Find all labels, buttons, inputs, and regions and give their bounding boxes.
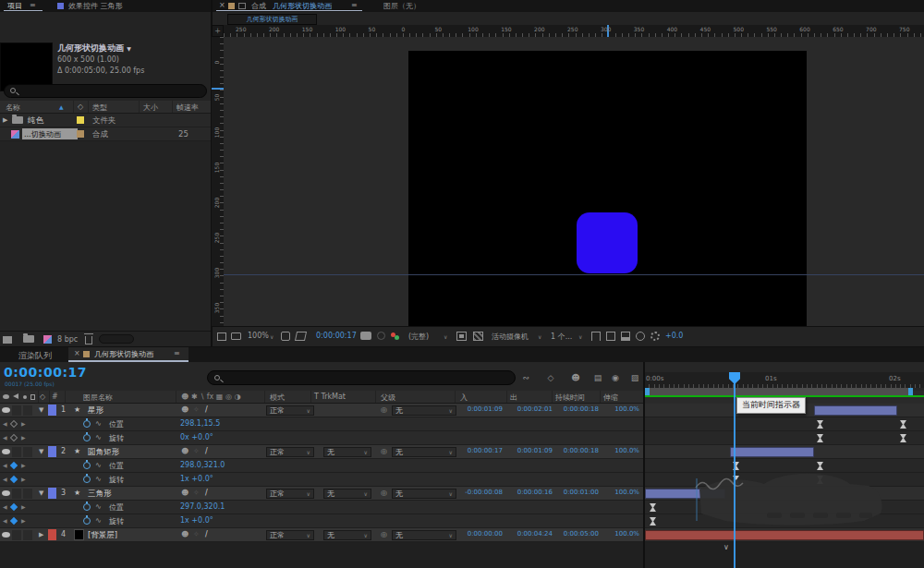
new-comp-icon[interactable] [43,335,52,344]
expand-open-icon[interactable]: ▼ [39,448,43,455]
prev-keyframe-icon[interactable]: ◀ [3,462,7,468]
next-keyframe-icon[interactable]: ▶ [21,434,26,441]
tab-effect-controls[interactable]: 效果控件 三角形 [68,1,123,11]
close-icon[interactable]: × [219,1,225,9]
tab-layer-none[interactable]: 图层（无） [383,1,420,11]
lock-guides-icon[interactable] [238,3,246,9]
blend-mode-select[interactable]: 正常∨ [266,405,314,416]
trkmat-select[interactable]: 无∨ [323,530,371,540]
color-depth-button[interactable]: 8 bpc [57,335,78,344]
quality-switch-icon[interactable]: / [205,405,208,414]
time-ruler[interactable]: 0:00s01s02s [644,372,924,388]
layer-visibility-eye-icon[interactable] [2,407,10,413]
project-item-row[interactable]: ...切换动画合成25 [0,127,211,141]
audio-cell[interactable] [12,447,21,457]
layer-out-time[interactable]: 0:00:01:09 [506,447,553,454]
parent-select[interactable]: 无∨ [392,447,456,457]
in-column-header[interactable]: 入 [460,393,468,403]
switches-column-icons[interactable]: ☻ ✱ ∖ fx ▦ ◎ ◑ [181,393,240,401]
collapse-switch-icon[interactable]: ✧ [193,530,200,538]
solo-column-icon[interactable] [23,395,27,399]
audio-column-icon[interactable] [13,393,18,399]
layer-in-time[interactable]: 0:00:00:17 [451,447,503,454]
project-search-input[interactable] [4,84,207,98]
magnification-select[interactable]: 100% [248,332,269,340]
snapshot-icon[interactable] [217,332,226,341]
layer-name[interactable]: 星形 [88,405,103,417]
property-value[interactable]: 297.0,320.1 [180,502,225,511]
video-column-eye-icon[interactable] [3,394,9,399]
layer-duration-bar[interactable] [814,405,897,416]
keyframe-icon[interactable] [900,420,906,429]
horizontal-guide-line[interactable] [224,274,924,275]
tab-render-queue[interactable]: 渲染队列 [18,350,52,362]
expand-collapsed-icon[interactable]: ▶ [39,531,43,538]
property-name[interactable]: 位置 [109,419,124,429]
layer-label-swatch[interactable] [48,446,56,457]
work-area-end-handle[interactable] [908,388,913,395]
layer-stretch[interactable]: 100.0% [601,530,639,538]
panel-grid-icon[interactable] [3,336,12,344]
collapse-switch-icon[interactable]: ✧ [193,447,200,455]
active-camera-select[interactable]: 活动摄像机 [492,332,529,342]
resolution-arrow-icon[interactable]: ∨ [444,333,447,340]
comp-mini-flowchart-icon[interactable]: ∾ [520,372,531,383]
solo-cell[interactable] [23,447,32,457]
viewer-panel-menu-icon[interactable]: ≡ [351,1,358,9]
pixel-aspect-icon[interactable] [591,332,601,341]
shy-switch-icon[interactable]: ☻ [181,447,188,455]
show-snapshot-icon[interactable] [377,332,385,340]
layer-duration[interactable]: 0:00:00:18 [554,405,599,413]
next-keyframe-icon[interactable]: ▶ [21,462,26,468]
layer-stretch[interactable]: 100.0% [601,405,639,413]
snapshot-camera-icon[interactable] [360,332,371,340]
layer-name[interactable]: [背景层] [88,530,117,541]
work-area-bar[interactable] [645,388,913,395]
graph-toggle-icon[interactable]: ∿ [95,433,102,441]
stopwatch-icon[interactable] [83,434,91,441]
keyframe-icon[interactable] [650,503,656,512]
comp-name-dropdown-icon[interactable]: ▼ [127,45,131,52]
shy-switch-icon[interactable]: ☻ [181,405,188,414]
stretch-column-header[interactable]: 伸缩 [603,393,618,403]
layer-stretch[interactable]: 100.0% [601,489,639,496]
layer-in-time[interactable]: -0:00:00:08 [451,489,503,496]
project-item-row[interactable]: ▶纯色文件夹 [0,114,211,127]
layer-name-column-header[interactable]: 图层名称 [83,393,113,403]
keyframe-icon[interactable] [900,434,906,442]
property-value[interactable]: 298.1,15.5 [180,419,220,428]
parent-column-header[interactable]: 父级 [381,393,395,403]
prev-keyframe-icon[interactable]: ◀ [3,434,7,441]
column-type[interactable]: 类型 [92,103,107,113]
audio-cell[interactable] [12,530,21,540]
parent-select[interactable]: 无∨ [392,405,456,416]
quality-switch-icon[interactable]: / [205,489,208,497]
collapse-switch-icon[interactable]: ✧ [193,405,200,414]
stopwatch-icon[interactable] [83,420,91,428]
property-value[interactable]: 0x +0.0° [180,433,213,441]
graph-toggle-icon[interactable]: ∿ [95,475,102,483]
fast-previews-icon[interactable] [606,332,615,341]
layer-duration[interactable]: 0:00:00:18 [554,447,599,454]
quality-switch-icon[interactable]: / [205,530,208,538]
layer-label-swatch[interactable] [48,405,56,416]
current-timecode[interactable]: 0:00:00:17 [4,365,87,380]
monitor-icon[interactable] [231,332,241,340]
exposure-value[interactable]: +0.0 [665,332,683,340]
layer-label-swatch[interactable] [48,529,56,540]
next-keyframe-icon[interactable]: ▶ [21,420,26,427]
parent-select[interactable]: 无∨ [392,530,456,540]
property-name[interactable]: 旋转 [109,475,124,485]
solo-cell[interactable] [23,489,32,499]
exposure-gear-icon[interactable] [650,332,660,341]
expand-collapsed-icon[interactable]: ▶ [3,116,7,124]
vertical-ruler[interactable]: 050100150200250300350 [212,37,224,326]
next-keyframe-icon[interactable]: ▶ [21,517,26,524]
graph-editor-icon[interactable]: ▨ [629,372,640,383]
current-time-indicator-line[interactable] [734,372,736,568]
blend-mode-select[interactable]: 正常∨ [266,489,314,499]
layer-out-time[interactable]: 0:00:00:16 [506,489,553,496]
blend-mode-select[interactable]: 正常∨ [266,447,314,457]
shy-switch-icon[interactable]: ☻ [181,530,188,538]
layer-out-time[interactable]: 0:00:04:24 [506,530,553,538]
